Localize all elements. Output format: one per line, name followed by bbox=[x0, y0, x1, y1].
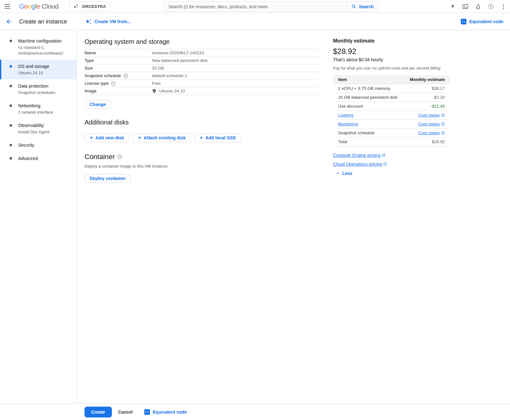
estimate-hourly-note: That's about $0.04 hourly bbox=[333, 57, 450, 62]
step-dot-icon bbox=[10, 40, 12, 42]
cloud-shell-icon bbox=[462, 3, 469, 10]
estimate-title: Monthly estimate bbox=[333, 38, 450, 44]
less-toggle[interactable]: Less bbox=[336, 171, 450, 176]
os-row-image: Image Ubuntu 24.10 bbox=[85, 87, 318, 95]
add-local-ssd-button[interactable]: + Add local SSD bbox=[194, 133, 241, 142]
more-vertical-icon: ⋮ bbox=[500, 3, 507, 10]
top-app-bar: Google Cloud ORCESTRA Search bbox=[0, 0, 510, 13]
page-header: Create an instance Create VM from... Equ… bbox=[0, 13, 510, 30]
step-machine-configuration[interactable]: Machine configuration n1-standard-1, nor… bbox=[0, 34, 77, 60]
estimate-table: Item Monthly estimate 1 vCPU + 3.75 GB m… bbox=[333, 75, 450, 146]
cancel-button[interactable]: Cancel bbox=[114, 407, 137, 417]
estimate-row-monitoring: Monitoring Cost varies bbox=[333, 120, 450, 129]
step-os-and-storage[interactable]: OS and storage Ubuntu 24.10 bbox=[0, 60, 77, 79]
equivalent-code-label: Equivalent code bbox=[469, 19, 503, 24]
code-icon bbox=[461, 19, 466, 24]
external-link-icon bbox=[441, 122, 445, 126]
logo-google-wordmark: Google bbox=[19, 3, 40, 10]
menu-icon[interactable] bbox=[4, 3, 12, 10]
equivalent-code-button-bottom[interactable]: Equivalent code bbox=[144, 409, 187, 415]
add-new-disk-button[interactable]: + Add new disk bbox=[85, 133, 129, 142]
snapshot-schedule-help-icon[interactable]: ? bbox=[124, 74, 128, 78]
step-observability[interactable]: Observability Install Ops Agent bbox=[0, 119, 77, 138]
search-button-label: Search bbox=[359, 4, 374, 9]
estimate-col-item: Item bbox=[338, 77, 347, 82]
estimate-row-disk: 20 GB balanced persistent disk $2.20 bbox=[333, 93, 450, 102]
estimate-col-monthly: Monthly estimate bbox=[410, 77, 445, 82]
change-os-button[interactable]: Change bbox=[85, 100, 111, 109]
attach-existing-disk-button[interactable]: + Attach existing disk bbox=[133, 133, 191, 142]
container-help-icon[interactable]: ? bbox=[118, 155, 122, 159]
step-dot-icon bbox=[10, 85, 12, 87]
help-button[interactable]: ? bbox=[486, 1, 496, 12]
equivalent-code-button-top[interactable]: Equivalent code bbox=[461, 19, 503, 24]
page-title: Create an instance bbox=[19, 18, 67, 25]
logging-cost-varies-link[interactable]: Cost varies bbox=[418, 113, 440, 117]
external-link-icon bbox=[382, 153, 385, 157]
estimate-table-header: Item Monthly estimate bbox=[333, 75, 450, 84]
step-dot-icon bbox=[10, 124, 12, 127]
deploy-container-button[interactable]: Deploy container bbox=[85, 174, 131, 183]
estimate-row-logging: Logging Cost varies bbox=[333, 111, 450, 120]
cloud-operations-pricing-link[interactable]: Cloud Operations pricing bbox=[333, 162, 382, 167]
gemini-stars-icon bbox=[85, 18, 92, 25]
external-link-icon bbox=[441, 131, 445, 135]
estimate-billing-note: Pay for what you use: no upfront costs a… bbox=[333, 66, 450, 70]
action-bar: Create Cancel Equivalent code bbox=[0, 403, 510, 420]
project-selector[interactable]: ORCESTRA bbox=[69, 2, 110, 11]
step-data-protection[interactable]: Data protection Snapshot schedules bbox=[0, 79, 77, 99]
create-vm-from-button[interactable]: Create VM from... bbox=[85, 18, 131, 25]
pricing-links: Compute Engine pricing Cloud Operations … bbox=[333, 153, 450, 167]
google-cloud-logo[interactable]: Google Cloud bbox=[19, 3, 58, 10]
monthly-estimate-panel: Monthly estimate $28.92 That's about $0.… bbox=[333, 30, 450, 176]
section-title-container: Container ? bbox=[85, 153, 318, 161]
step-networking[interactable]: Networking 1 network interface bbox=[0, 99, 77, 119]
notifications-button[interactable] bbox=[473, 1, 483, 12]
logging-link[interactable]: Logging bbox=[338, 113, 353, 117]
section-title-additional-disks: Additional disks bbox=[85, 118, 318, 126]
step-dot-icon bbox=[10, 65, 12, 68]
step-security[interactable]: Security bbox=[0, 138, 77, 152]
license-type-help-icon[interactable]: ? bbox=[111, 81, 116, 86]
project-icon bbox=[73, 3, 79, 9]
snapshot-cost-varies-link[interactable]: Cost varies bbox=[418, 130, 440, 135]
cloud-shell-button[interactable] bbox=[460, 1, 471, 12]
search-input[interactable] bbox=[163, 2, 346, 11]
os-row-snapshot-schedule: Snapshot schedule ? default-schedule-1 bbox=[85, 72, 318, 80]
os-row-size: Size 20 GB bbox=[85, 64, 318, 72]
create-button[interactable]: Create bbox=[85, 407, 112, 417]
os-row-name: Name instance-20250617-140233 bbox=[85, 49, 318, 57]
logo-cloud-wordmark: Cloud bbox=[42, 3, 58, 10]
code-icon bbox=[144, 409, 150, 415]
plus-icon: + bbox=[138, 135, 141, 140]
estimate-row-discount: Use discount -$11.45 bbox=[333, 102, 450, 111]
step-dot-icon bbox=[10, 144, 12, 146]
less-label: Less bbox=[342, 171, 352, 176]
more-options-button[interactable]: ⋮ bbox=[498, 1, 509, 12]
compute-engine-pricing-link[interactable]: Compute Engine pricing bbox=[333, 153, 380, 158]
create-vm-from-label: Create VM from... bbox=[94, 19, 131, 24]
project-name: ORCESTRA bbox=[82, 4, 106, 9]
search-button[interactable]: Search bbox=[346, 2, 378, 11]
back-arrow-icon bbox=[5, 18, 12, 25]
estimate-row-cpu-memory: 1 vCPU + 3.75 GB memory $38.17 bbox=[333, 84, 450, 93]
shielded-image-icon bbox=[152, 89, 157, 93]
step-advanced[interactable]: Advanced bbox=[0, 152, 77, 165]
back-button[interactable] bbox=[5, 17, 13, 26]
monitoring-link[interactable]: Monitoring bbox=[338, 122, 358, 126]
section-title-os-storage: Operating system and storage bbox=[85, 38, 318, 45]
external-link-icon bbox=[383, 162, 387, 166]
search-icon bbox=[351, 4, 357, 10]
main-content: Operating system and storage Name instan… bbox=[85, 30, 318, 183]
gemini-button[interactable] bbox=[447, 1, 458, 12]
plus-icon: + bbox=[90, 135, 93, 140]
os-row-license-type: License type ? Free bbox=[85, 80, 318, 87]
bell-icon bbox=[475, 3, 481, 10]
global-search: Search bbox=[163, 1, 378, 12]
plus-icon: + bbox=[200, 135, 203, 140]
monitoring-cost-varies-link[interactable]: Cost varies bbox=[418, 122, 440, 126]
estimate-amount: $28.92 bbox=[333, 47, 450, 56]
top-bar-actions: ? ⋮ bbox=[447, 0, 509, 13]
estimate-row-total: Total $28.92 bbox=[333, 137, 450, 146]
equivalent-code-label: Equivalent code bbox=[153, 410, 187, 415]
